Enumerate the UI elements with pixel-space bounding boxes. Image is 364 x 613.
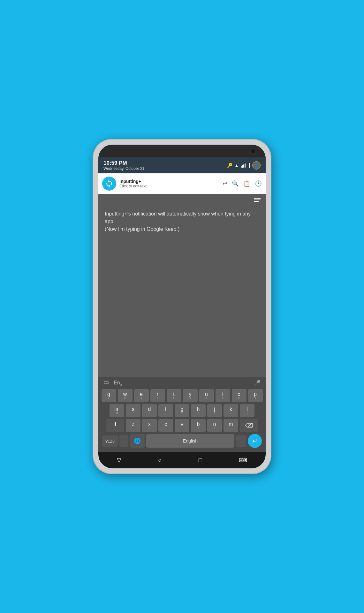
key-k[interactable]: k(: [224, 404, 238, 417]
app-icon: [102, 177, 116, 191]
wifi-icon: ▲: [234, 163, 239, 168]
keyboard-area[interactable]: 中 En↙ 🎤 q1 w2 e3 r4 t5 y6: [98, 377, 266, 452]
ham-line-2: [254, 200, 261, 200]
notification-title: Inputting+: [119, 179, 219, 184]
key-w[interactable]: w2: [118, 389, 133, 402]
phone-top-bar: [98, 145, 266, 157]
english-input-label[interactable]: En↙: [114, 380, 123, 386]
keyboard-button[interactable]: ⌨: [234, 454, 252, 466]
phone-frame: 10:59 PM Wednesday, October 21 🔑 ▲: [93, 139, 271, 474]
history-button[interactable]: 🕐: [255, 180, 262, 187]
phone-screen: 10:59 PM Wednesday, October 21 🔑 ▲: [98, 145, 266, 468]
shift-key[interactable]: ⬆ —: [106, 419, 124, 432]
key-j[interactable]: j#: [207, 404, 222, 417]
key-p[interactable]: p0: [248, 389, 263, 402]
key-m[interactable]: m~: [224, 419, 238, 432]
back-button[interactable]: ▽: [112, 454, 126, 466]
status-icons: 🔑 ▲ ▐ 👤: [227, 161, 261, 170]
status-date: Wednesday, October 21: [103, 166, 144, 171]
key-d[interactable]: d+: [142, 404, 157, 417]
sync-icon: [105, 179, 113, 188]
battery-icon: ▐: [247, 163, 250, 168]
key-x[interactable]: x:: [142, 419, 157, 432]
camera-lens: [250, 148, 256, 154]
hamburger-menu[interactable]: [254, 198, 261, 202]
avatar: 👤: [252, 161, 261, 170]
app-area: Inputting+'s notification will automatic…: [98, 194, 266, 377]
chinese-input-label[interactable]: 中: [103, 379, 109, 387]
ham-line-1: [254, 198, 261, 199]
key-t[interactable]: t5: [167, 389, 181, 402]
app-text-content: Inputting+'s notification will automatic…: [105, 210, 259, 233]
key-row-2: a@ s* d+ f- g= h/ j# k( l): [100, 404, 264, 417]
key-f[interactable]: f-: [158, 404, 173, 417]
ham-line-3: [254, 201, 259, 202]
notification-bar[interactable]: Inputting+ Click to edit text. ↩ 🔍 📋 🕐: [98, 173, 266, 194]
num-key[interactable]: ?123: [102, 435, 118, 447]
status-time: 10:59 PM: [103, 160, 144, 166]
key-z[interactable]: z,: [126, 419, 140, 432]
keyboard-lang-row: 中 En↙ 🎤: [98, 377, 266, 388]
key-l[interactable]: l): [240, 404, 254, 417]
app-content: Inputting+'s notification will automatic…: [98, 194, 266, 377]
screen: 10:59 PM Wednesday, October 21 🔑 ▲: [98, 157, 266, 468]
spacebar-key[interactable]: English: [146, 434, 234, 448]
key-b[interactable]: b!: [191, 419, 206, 432]
key-icon: 🔑: [227, 163, 232, 168]
recents-button[interactable]: □: [193, 454, 207, 466]
key-o[interactable]: o9: [232, 389, 246, 402]
keyboard-lang-left: 中 En↙: [103, 379, 123, 387]
home-button[interactable]: ○: [153, 454, 167, 466]
key-n[interactable]: n?: [207, 419, 222, 432]
key-row-3: ⬆ — z, x: c. v; b! n? m~ ⌫: [100, 419, 264, 432]
notification-actions: ↩ 🔍 📋 🕐: [223, 180, 262, 187]
key-s[interactable]: s*: [126, 404, 140, 417]
notification-text: Inputting+ Click to edit text.: [119, 179, 219, 188]
key-h[interactable]: h/: [191, 404, 206, 417]
globe-key[interactable]: 🌐: [130, 434, 145, 448]
text-cursor: [251, 211, 251, 216]
key-g[interactable]: g=: [175, 404, 189, 417]
keyboard-bottom-row: ?123 , 🌐 English . ↵: [100, 434, 264, 450]
signal-icon: [241, 163, 246, 168]
key-y[interactable]: y6: [183, 389, 198, 402]
enter-key[interactable]: ↵: [248, 434, 262, 448]
key-a[interactable]: a@: [110, 404, 124, 417]
backspace-key[interactable]: ⌫: [240, 419, 258, 432]
status-bar: 10:59 PM Wednesday, October 21 🔑 ▲: [98, 157, 266, 173]
key-q[interactable]: q1: [102, 389, 116, 402]
comma-key[interactable]: ,: [119, 435, 128, 447]
key-v[interactable]: v;: [175, 419, 189, 432]
clipboard-button[interactable]: 📋: [243, 180, 250, 187]
key-r[interactable]: r4: [150, 389, 165, 402]
key-e[interactable]: e3: [134, 389, 149, 402]
status-left: 10:59 PM Wednesday, October 21: [103, 160, 144, 171]
period-key[interactable]: .: [236, 435, 246, 447]
key-row-1: q1 w2 e3 r4 t5 y6 u7 i8 o9 p0: [100, 389, 264, 402]
undo-button[interactable]: ↩: [223, 180, 227, 187]
key-i[interactable]: i8: [216, 389, 230, 402]
key-u[interactable]: u7: [199, 389, 214, 402]
keyboard-keys: q1 w2 e3 r4 t5 y6 u7 i8 o9 p0 a@ s: [98, 388, 266, 452]
notification-subtitle: Click to edit text.: [119, 184, 219, 188]
nav-bar: ▽ ○ □ ⌨: [98, 452, 266, 468]
key-c[interactable]: c.: [158, 419, 173, 432]
mic-button[interactable]: 🎤: [254, 380, 261, 387]
search-button[interactable]: 🔍: [232, 180, 239, 187]
